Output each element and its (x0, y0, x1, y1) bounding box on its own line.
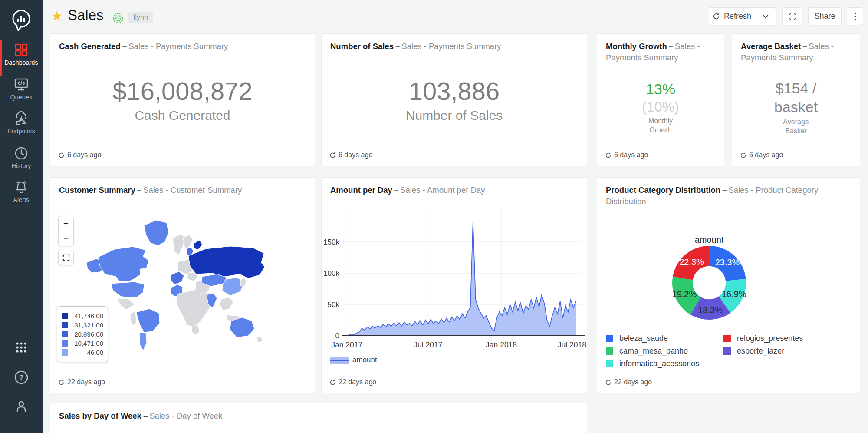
refresh-icon (58, 152, 65, 159)
chart-legend[interactable]: amount (330, 356, 377, 364)
refresh-icon (58, 379, 65, 386)
widget-query-link[interactable]: Sales - Customer Summary (143, 185, 242, 195)
legend-swatch (62, 313, 68, 319)
sidebar-item-label: Alerts (0, 196, 43, 203)
refresh-button-label: Refresh (724, 12, 751, 21)
product-category-donut-chart[interactable]: 23.3%16.9%18.3%19.2%22.3%amount (661, 228, 757, 331)
refresh-icon (605, 379, 612, 386)
refresh-options-button[interactable] (755, 7, 776, 25)
widget-cash-generated: Cash Generated–Sales - Payments Summary … (50, 33, 315, 166)
counter-label: Cash Generated (135, 108, 230, 123)
widget-amount-per-day: Amount per Day–Sales - Amount per Day 05… (321, 177, 587, 393)
counter-secondary-value: (10%) (642, 99, 679, 115)
expand-icon (789, 13, 796, 20)
widget-refreshed-ago: 6 days ago (329, 151, 372, 159)
widget-refreshed-ago: 22 days ago (329, 378, 376, 386)
svg-text:18.3%: 18.3% (698, 305, 723, 315)
refresh-button[interactable]: Refresh (709, 7, 755, 25)
legend-item[interactable]: beleza_saude (606, 334, 699, 343)
widget-title: Number of Sales–Sales - Payments Summary (330, 41, 579, 52)
legend-label: relogios_presentes (737, 334, 803, 343)
share-button-label: Share (814, 12, 835, 21)
legend-item[interactable]: esporte_lazer (723, 347, 803, 356)
widget-title: Cash Generated–Sales - Payments Summary (59, 41, 307, 52)
sidebar-item-label: History (0, 162, 43, 169)
counter: $16,008,872 Cash Generated (50, 64, 315, 136)
widget-query-link[interactable]: Sales - Payments Summary (128, 42, 228, 51)
widget-refreshed-ago: 22 days ago (58, 378, 105, 386)
legend-value: 31,321.00 (71, 321, 103, 329)
legend-value: 10,471.00 (71, 340, 103, 347)
legend-swatch (330, 357, 349, 364)
svg-text:23.3%: 23.3% (715, 258, 740, 267)
more-options-button[interactable] (847, 7, 863, 25)
widget-query-link[interactable]: Sales - Payments Summary (401, 42, 501, 51)
widget-name: Monthly Growth (606, 42, 667, 51)
legend-value: 46.00 (71, 349, 103, 356)
legend-label: amount (352, 356, 377, 364)
refresh-icon (713, 13, 720, 20)
favorite-star-icon[interactable]: ★ (51, 10, 63, 23)
fit-bounds-icon (62, 254, 70, 261)
counter-label: Monthly Growth (648, 117, 673, 135)
counter-value: $16,008,872 (112, 77, 253, 106)
widget-query-link[interactable]: Sales - Day of Week (149, 411, 222, 420)
widget-product-category-distribution: Product Category Distribution–Sales - Pr… (597, 177, 860, 393)
svg-text:Jan 2018: Jan 2018 (486, 340, 517, 349)
widget-name: Sales by Day of Week (59, 411, 141, 420)
map-zoom-in-button[interactable]: + (59, 216, 73, 231)
chart-legend[interactable]: beleza_saudecama_mesa_banhoinformatica_a… (606, 334, 803, 368)
svg-text:?: ? (19, 374, 23, 382)
counter: 13% (10%) Monthly Growth (597, 75, 724, 140)
sidebar-item-history[interactable]: History (0, 146, 43, 180)
widget-title: Monthly Growth–Sales - Payments Summary (606, 41, 716, 63)
legend-label: informatica_acessorios (619, 359, 699, 368)
legend-swatch (62, 349, 68, 356)
svg-text:50k: 50k (328, 301, 340, 309)
svg-text:Jul 2018: Jul 2018 (558, 340, 586, 349)
legend-swatch (606, 335, 613, 342)
fullscreen-button[interactable] (782, 7, 802, 25)
legend-swatch (62, 331, 68, 337)
sidebar-item-dashboards[interactable]: Dashboards (0, 43, 43, 76)
map-zoom-out-button[interactable]: − (59, 231, 73, 246)
sidebar-item-queries[interactable]: Queries (0, 77, 43, 111)
person-icon (14, 400, 28, 413)
legend-swatch (62, 322, 68, 328)
sidebar-item-alerts[interactable]: Alerts (0, 180, 43, 214)
endpoints-icon (14, 111, 29, 126)
legend-item[interactable]: relogios_presentes (723, 334, 803, 343)
widget-refreshed-ago: 6 days ago (605, 151, 648, 159)
amount-per-day-area-chart[interactable]: 050k100k150kJan 2017Jul 2017Jan 2018Jul … (322, 178, 588, 351)
svg-text:100k: 100k (323, 269, 339, 278)
help-button[interactable]: ? (0, 370, 43, 387)
legend-item[interactable]: cama_mesa_banho (606, 347, 699, 356)
sidebar-item-endpoints[interactable]: Endpoints (0, 111, 43, 145)
widget-name: Number of Sales (330, 42, 394, 51)
widget-average-basket: Average Basket–Sales - Payments Summary … (732, 33, 860, 166)
map-legend-row: 31,321.00 (62, 321, 103, 329)
svg-text:Jan 2017: Jan 2017 (331, 340, 362, 349)
counter: 103,886 Number of Sales (322, 64, 587, 136)
help-icon: ? (14, 370, 29, 385)
map-legend-row: 20,896.00 (62, 331, 103, 338)
profile-button[interactable] (0, 400, 43, 415)
legend-value: 20,896.00 (71, 331, 103, 338)
map-fit-bounds-button[interactable] (58, 250, 74, 265)
apps-grid-button[interactable] (0, 341, 43, 355)
dashboard-tag: flynn (128, 12, 153, 23)
widget-monthly-growth: Monthly Growth–Sales - Payments Summary … (597, 33, 724, 166)
svg-text:0: 0 (335, 332, 339, 340)
sidebar-item-label: Dashboards (0, 59, 43, 66)
legend-swatch (606, 360, 613, 367)
share-button[interactable]: Share (808, 7, 842, 25)
map-zoom-controls: + − (58, 216, 74, 246)
svg-text:22.3%: 22.3% (679, 257, 704, 267)
svg-text:19.2%: 19.2% (672, 289, 697, 299)
app-logo[interactable] (10, 8, 33, 34)
app-root: Dashboards Queries Endpoints (0, 0, 868, 433)
svg-text:amount: amount (695, 235, 724, 245)
legend-item[interactable]: informatica_acessorios (606, 359, 699, 368)
map-legend: 41,746.0031,321.0020,896.0010,471.0046.0… (57, 306, 108, 362)
widget-name: Product Category Distribution (606, 185, 720, 195)
